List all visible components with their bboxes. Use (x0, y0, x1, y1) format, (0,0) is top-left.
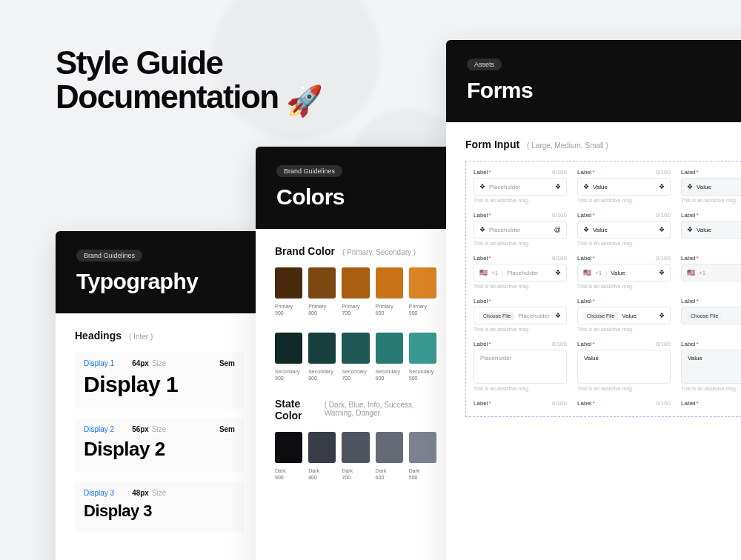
required-icon: * (489, 298, 491, 304)
color-swatch (409, 432, 436, 463)
form-row: Label*0/100 🇺🇸+1|Placeholder❖ This is an… (473, 255, 741, 289)
field-label: Label (681, 298, 696, 304)
textarea[interactable]: Value (577, 350, 671, 384)
card-title: Forms (467, 78, 741, 103)
field-label: Label (681, 169, 696, 176)
phone-input[interactable]: 🇺🇸+1|Placeholder❖ (473, 264, 567, 281)
type-sample: Display 3 (84, 501, 235, 521)
field-label: Label (473, 341, 488, 347)
field-label: Label (473, 298, 488, 304)
color-swatch (376, 432, 403, 463)
textarea-disabled: Value (681, 350, 741, 384)
required-icon: * (697, 212, 699, 219)
swatch-label: Dark600 (376, 467, 403, 481)
diamond-icon: ❖ (583, 183, 589, 190)
card-body: Headings ( Inter ) Display 1 64px Size S… (56, 313, 263, 560)
section-subtitle: ( Dark, Blue, Info, Success, Warning, Da… (325, 401, 436, 417)
swatch-label: Secondary700 (342, 368, 369, 381)
char-counter: 0/100 (552, 169, 567, 176)
type-name: Display 1 (84, 359, 114, 367)
assistive-text: This is an assistive msg. (577, 284, 671, 289)
textarea[interactable]: Placeholder (473, 350, 567, 384)
text-input[interactable]: ❖Placeholder@ (473, 221, 567, 239)
swatch-row-secondary (275, 333, 436, 364)
forms-card: Assets Forms Form Input ( Large, Medium,… (446, 40, 741, 560)
text-input-disabled: ❖Value (681, 221, 741, 239)
category-pill: Assets (467, 59, 502, 70)
diamond-icon: ❖ (555, 312, 561, 319)
swatch-label: Primary500 (409, 303, 436, 316)
file-input[interactable]: Choose FilePlaceholder❖ (473, 307, 567, 324)
flag-icon: 🇺🇸 (479, 269, 488, 276)
choose-file-button[interactable]: Choose File (479, 312, 514, 320)
section-title: State Color (275, 398, 317, 421)
assistive-text: This is an assistive msg. (473, 386, 567, 391)
field-label: Label (577, 169, 592, 176)
required-icon: * (593, 298, 595, 304)
typography-row: Display 2 56px Size Sem Display 2 (75, 418, 244, 473)
section-subtitle: ( Large, Medium, Small ) (527, 141, 608, 150)
swatch-row-dark (275, 432, 436, 463)
dial-prefix: +1 (699, 270, 705, 276)
text-input[interactable]: ❖Value❖ (577, 178, 671, 196)
color-swatch (376, 267, 403, 299)
field-label: Label (681, 212, 696, 219)
assistive-text: This is an assistive msg. (473, 198, 567, 203)
assistive-text: This is an assistive msg. (473, 284, 567, 289)
card-title: Typography (76, 269, 242, 294)
rocket-icon: 🚀 (286, 84, 322, 117)
assistive-text: This is an assistive msg. (473, 327, 567, 332)
assistive-text: This is an assistive msg. (577, 327, 671, 332)
required-icon: * (593, 341, 595, 347)
field-label: Label (473, 169, 488, 176)
field-label: Label (577, 400, 592, 407)
text-input[interactable]: ❖Placeholder❖ (473, 178, 567, 196)
char-counter: 0/100 (656, 212, 671, 219)
field-label: Label (473, 212, 488, 219)
required-icon: * (697, 255, 699, 261)
field-label: Label (681, 341, 696, 347)
category-pill: Brand Guidelines (276, 165, 342, 177)
field-label: Label (473, 255, 488, 261)
card-header: Assets Forms (446, 40, 741, 122)
color-swatch (376, 333, 403, 364)
assistive-text: This is an assistive msg. (681, 198, 741, 203)
text-input-disabled: ❖Value (681, 178, 741, 196)
section-header: Brand Color ( Primary, Secondary ) (275, 245, 436, 257)
phone-input-disabled: 🇺🇸+1 (681, 264, 741, 281)
hero-line1: Style Guide (56, 44, 223, 81)
text-input[interactable]: ❖Value❖ (577, 221, 671, 239)
required-icon: * (593, 212, 595, 219)
required-icon: * (489, 400, 491, 407)
swatch-label: Primary800 (308, 303, 336, 316)
swatch-labels: Secondary900 Secondary800 Secondary700 S… (275, 368, 436, 381)
type-name: Display 2 (84, 425, 114, 433)
swatch-label: Primary700 (342, 303, 369, 316)
color-swatch (308, 333, 336, 364)
size-label: Size (152, 359, 166, 367)
form-row: Label*0/100 ❖Placeholder❖ This is an ass… (473, 169, 741, 203)
card-header: Brand Guidelines Colors (256, 147, 456, 229)
swatch-label: Secondary900 (275, 368, 302, 381)
required-icon: * (489, 341, 491, 347)
section-title: Brand Color (275, 245, 335, 257)
field-label: Label (681, 400, 696, 407)
type-size: 56px (132, 425, 149, 433)
swatch-row-primary (275, 267, 436, 299)
char-counter: 0/100 (552, 341, 567, 347)
required-icon: * (697, 169, 699, 176)
type-size: 48px (132, 489, 149, 497)
phone-input[interactable]: 🇺🇸+1|Value❖ (577, 264, 671, 281)
assistive-text: This is an assistive msg. (681, 386, 741, 391)
choose-file-button[interactable]: Choose File (583, 312, 618, 320)
section-title: Form Input (465, 139, 519, 150)
file-input[interactable]: Choose FileValue❖ (577, 307, 671, 324)
swatch-label: Dark800 (308, 467, 336, 481)
card-body: Brand Color ( Primary, Secondary ) Prima… (256, 229, 456, 560)
size-label: Size (152, 425, 166, 433)
section-header: Headings ( Inter ) (75, 330, 244, 341)
required-icon: * (697, 400, 699, 407)
required-icon: * (593, 400, 595, 407)
char-counter: 0/100 (656, 169, 671, 176)
char-counter: 0/100 (552, 255, 567, 261)
